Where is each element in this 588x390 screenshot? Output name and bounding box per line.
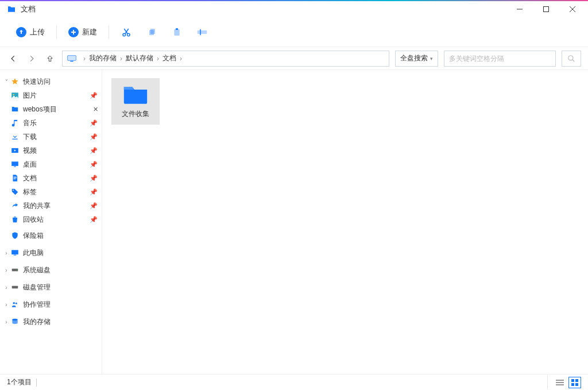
- chevron-right-icon: ›: [2, 267, 10, 273]
- sidebar-sysdisk-label: 系统磁盘: [23, 265, 102, 275]
- sidebar-quick-access[interactable]: ˅ 快速访问: [0, 75, 102, 88]
- share-icon: [10, 201, 20, 210]
- copy-button[interactable]: [141, 22, 162, 43]
- chevron-right-icon: ›: [2, 250, 10, 256]
- pin-icon: 📌: [89, 188, 98, 196]
- separator-icon: [109, 26, 109, 38]
- pin-icon: 📌: [89, 119, 98, 127]
- svg-point-33: [16, 303, 17, 304]
- folder-item[interactable]: 文件收集: [111, 78, 160, 125]
- pin-icon: 📌: [89, 147, 98, 155]
- svg-rect-25: [14, 179, 16, 179]
- plus-icon: [68, 27, 79, 37]
- users-icon: [10, 300, 20, 309]
- breadcrumb-item[interactable]: 文档: [163, 53, 176, 63]
- address-bar[interactable]: › 我的存储 › 默认存储 › 文档 ›: [62, 51, 389, 67]
- chevron-right-icon: ›: [2, 319, 10, 325]
- pin-icon: 📌: [89, 202, 98, 210]
- sidebar-item-desktop[interactable]: 桌面 📌: [0, 157, 102, 171]
- svg-rect-40: [571, 383, 574, 386]
- chevron-right-icon: ›: [2, 284, 10, 291]
- list-view-button[interactable]: [554, 377, 566, 388]
- upload-icon: [16, 27, 26, 37]
- breadcrumb-item[interactable]: 默认存储: [126, 53, 153, 63]
- folder-name: 文件收集: [122, 109, 149, 119]
- sidebar-item-label: 视频: [23, 146, 89, 156]
- upload-label: 上传: [30, 27, 45, 37]
- desktop-icon: [10, 160, 20, 169]
- svg-rect-12: [198, 30, 207, 34]
- disk-icon: [10, 283, 20, 292]
- paste-button[interactable]: [167, 22, 187, 43]
- separator-icon: [547, 376, 548, 389]
- svg-point-32: [13, 302, 16, 304]
- svg-rect-10: [174, 29, 179, 35]
- new-button[interactable]: 新建: [59, 24, 106, 41]
- svg-line-17: [572, 59, 575, 61]
- maximize-button[interactable]: [533, 1, 559, 17]
- search-input[interactable]: [449, 55, 551, 63]
- cut-button[interactable]: [116, 22, 137, 43]
- svg-rect-15: [70, 61, 73, 61]
- storage-icon: [10, 317, 20, 326]
- sidebar-item-label: 标签: [23, 187, 89, 197]
- close-icon[interactable]: ✕: [92, 106, 98, 113]
- sidebar-item-tags[interactable]: 标签 📌: [0, 185, 102, 199]
- svg-point-26: [13, 190, 14, 191]
- sidebar-item-label: 我的共享: [23, 201, 89, 211]
- svg-rect-23: [14, 177, 17, 177]
- svg-rect-28: [14, 255, 17, 256]
- sidebar-system-disk[interactable]: › 系统磁盘: [0, 263, 102, 277]
- doc-icon: [10, 173, 20, 183]
- folder-icon: [10, 105, 20, 114]
- close-button[interactable]: [559, 1, 586, 17]
- sidebar-item-documents[interactable]: 文档 📌: [0, 171, 102, 185]
- sidebar-item-webos[interactable]: webos项目 ✕: [0, 102, 102, 116]
- svg-rect-27: [11, 250, 18, 254]
- svg-rect-24: [14, 177, 17, 178]
- picture-icon: [10, 91, 20, 100]
- chevron-down-icon: ▾: [430, 56, 433, 61]
- svg-rect-38: [571, 379, 574, 382]
- sidebar: ˅ 快速访问 图片 📌 webos项目 ✕ 音乐 📌 下载 📌 视频: [0, 70, 102, 374]
- search-input-wrapper: [444, 51, 556, 67]
- sidebar-collab[interactable]: › 协作管理: [0, 298, 102, 311]
- sidebar-diskmgmt-label: 磁盘管理: [23, 283, 102, 292]
- content-area[interactable]: 文件收集: [102, 70, 588, 374]
- new-label: 新建: [82, 27, 97, 37]
- sidebar-item-label: 图片: [23, 91, 89, 101]
- chevron-right-icon: ›: [180, 55, 182, 63]
- sidebar-my-storage[interactable]: › 我的存储: [0, 315, 102, 329]
- upload-button[interactable]: 上传: [7, 24, 54, 41]
- back-button[interactable]: [7, 52, 20, 65]
- up-button[interactable]: [44, 52, 56, 65]
- svg-rect-11: [176, 28, 178, 30]
- titlebar: 文档: [0, 0, 588, 17]
- svg-rect-22: [14, 167, 16, 167]
- grid-view-button[interactable]: [568, 377, 581, 388]
- search-scope-dropdown[interactable]: 全盘搜索 ▾: [395, 51, 438, 67]
- sidebar-item-trash[interactable]: 回收站 📌: [0, 213, 102, 226]
- sidebar-item-myshare[interactable]: 我的共享 📌: [0, 199, 102, 213]
- sidebar-disk-mgmt[interactable]: › 磁盘管理: [0, 280, 102, 294]
- download-icon: [10, 132, 20, 141]
- music-icon: [10, 118, 20, 128]
- forward-button[interactable]: [25, 52, 38, 65]
- sidebar-item-music[interactable]: 音乐 📌: [0, 116, 102, 130]
- sidebar-this-pc[interactable]: › 此电脑: [0, 246, 102, 260]
- rename-button[interactable]: [192, 22, 212, 43]
- sidebar-item-downloads[interactable]: 下载 📌: [0, 130, 102, 144]
- sidebar-item-pictures[interactable]: 图片 📌: [0, 88, 102, 102]
- toolbar: 上传 新建: [0, 17, 588, 47]
- sidebar-safe[interactable]: 保险箱: [0, 229, 102, 242]
- safe-icon: [10, 231, 20, 240]
- svg-rect-41: [575, 383, 578, 386]
- computer-icon: [10, 248, 20, 257]
- star-icon: [10, 77, 20, 86]
- breadcrumb-item[interactable]: 我的存储: [89, 53, 117, 63]
- chevron-down-icon: ˅: [2, 79, 10, 85]
- search-button[interactable]: [562, 51, 581, 67]
- sidebar-item-videos[interactable]: 视频 📌: [0, 144, 102, 157]
- minimize-button[interactable]: [506, 1, 533, 17]
- separator-icon: [36, 379, 37, 387]
